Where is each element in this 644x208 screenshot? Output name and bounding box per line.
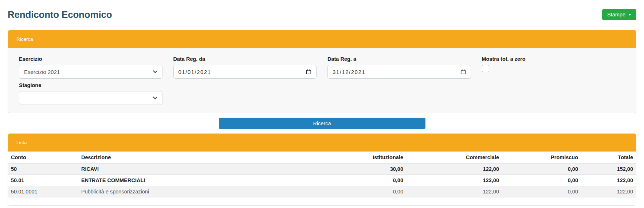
page-title: Rendiconto Economico	[8, 9, 112, 20]
cell-promiscuo: 0,00	[502, 175, 581, 186]
data-reg-a-field: Data Reg. a 31/12/2021	[322, 52, 476, 79]
stampe-button[interactable]: Stampe	[602, 9, 636, 20]
stampe-button-label: Stampe	[607, 12, 625, 17]
esercizio-field: Esercizio Esercizio 2021	[13, 52, 168, 79]
list-panel-title: Lista	[16, 140, 27, 145]
column-header-commerciale: Commerciale	[406, 152, 502, 164]
cell-totale: 152,00	[581, 164, 636, 175]
stagione-label: Stagione	[19, 82, 162, 88]
cell-promiscuo: 0,00	[502, 164, 581, 175]
search-panel-body: Esercizio Esercizio 2021 Data Reg. da 01…	[8, 48, 636, 113]
mostra-tot-a-zero-field: Mostra tot. a zero	[476, 52, 631, 79]
table-row: 50 RICAVI 30,00 122,00 0,00 152,00	[8, 164, 636, 175]
cell-commerciale: 122,00	[406, 175, 502, 186]
data-reg-a-input[interactable]: 31/12/2021	[327, 65, 471, 79]
cell-descrizione: RICAVI	[78, 164, 322, 175]
data-reg-da-field: Data Reg. da 01/01/2021	[168, 52, 322, 79]
page-header: Rendiconto Economico Stampe	[8, 9, 636, 20]
cell-descrizione: ENTRATE COMMERCIALI	[78, 175, 322, 186]
cell-promiscuo: 0,00	[502, 186, 581, 197]
search-form-row-1: Esercizio Esercizio 2021 Data Reg. da 01…	[13, 52, 631, 79]
mostra-tot-a-zero-checkbox[interactable]	[482, 65, 489, 72]
caret-down-icon	[628, 14, 631, 16]
cell-totale: 122,00	[581, 186, 636, 197]
list-panel: Lista Conto Descrizione Istituzionale Co…	[8, 133, 636, 206]
stagione-field: Stagione	[13, 79, 168, 105]
cell-conto: 50.01	[8, 175, 78, 186]
data-reg-da-input[interactable]: 01/01/2021	[173, 65, 317, 79]
column-header-istituzionale: Istituzionale	[322, 152, 406, 164]
cell-conto: 50.01.0001	[8, 186, 78, 197]
stagione-select[interactable]	[19, 91, 162, 105]
column-header-conto: Conto	[8, 152, 78, 164]
column-header-totale: Totale	[581, 152, 636, 164]
mostra-tot-a-zero-label: Mostra tot. a zero	[482, 56, 625, 62]
column-header-descrizione: Descrizione	[78, 152, 322, 164]
cell-istituzionale: 0,00	[322, 186, 406, 197]
conto-link[interactable]: 50.01.0001	[11, 189, 38, 195]
data-reg-da-value: 01/01/2021	[178, 69, 211, 75]
cell-commerciale: 122,00	[406, 164, 502, 175]
ricerca-submit-button[interactable]: Ricerca	[219, 118, 425, 129]
data-reg-a-value: 31/12/2021	[333, 69, 365, 75]
cell-conto: 50	[8, 164, 78, 175]
search-panel: Ricerca Esercizio Esercizio 2021 Data Re…	[8, 30, 636, 113]
search-panel-title: Ricerca	[16, 36, 33, 42]
table-row: 50.01 ENTRATE COMMERCIALI 0,00 122,00 0,…	[8, 175, 636, 186]
esercizio-select[interactable]: Esercizio 2021	[19, 65, 162, 79]
cell-descrizione: Pubblicità e sponsorizzazioni	[78, 186, 322, 197]
search-form-row-2: Stagione	[13, 79, 631, 105]
page: Rendiconto Economico Stampe Ricerca Eser…	[0, 9, 644, 206]
data-reg-da-label: Data Reg. da	[173, 56, 317, 62]
table-row: 50.01.0001 Pubblicità e sponsorizzazioni…	[8, 186, 636, 197]
esercizio-label: Esercizio	[19, 56, 162, 62]
esercizio-selected-value: Esercizio 2021	[24, 69, 60, 75]
results-table: Conto Descrizione Istituzionale Commerci…	[8, 152, 636, 197]
search-panel-header: Ricerca	[8, 30, 636, 48]
calendar-icon[interactable]	[460, 69, 466, 75]
cell-totale: 122,00	[581, 175, 636, 186]
chevron-down-icon	[153, 97, 157, 99]
chevron-down-icon	[153, 70, 157, 73]
data-reg-a-label: Data Reg. a	[327, 56, 471, 62]
cell-istituzionale: 30,00	[322, 164, 406, 175]
calendar-icon[interactable]	[306, 69, 311, 75]
table-header-row: Conto Descrizione Istituzionale Commerci…	[8, 152, 636, 164]
column-header-promiscuo: Promiscuo	[502, 152, 581, 164]
cell-istituzionale: 0,00	[322, 175, 406, 186]
list-panel-header: Lista	[8, 134, 636, 152]
cell-commerciale: 122,00	[406, 186, 502, 197]
